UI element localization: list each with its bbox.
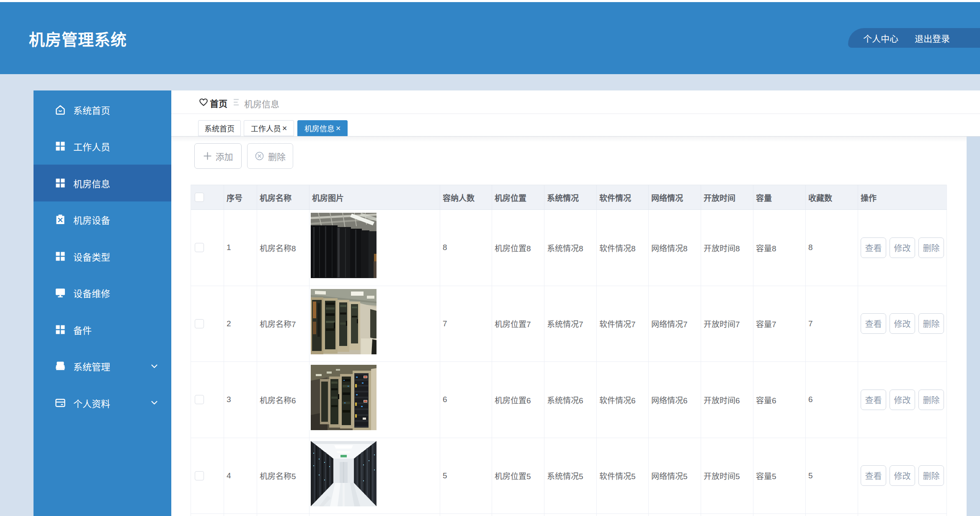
clipboard-x-icon xyxy=(55,214,66,225)
cell-empty xyxy=(701,514,753,516)
breadcrumb-separator-icon xyxy=(233,98,239,106)
main-content: 首页 机房信息 系统首页工作人员×机房信息× 添加 删除 序号机房名称机房图片容… xyxy=(171,90,980,516)
cell-empty xyxy=(597,514,649,516)
content-scrollbar[interactable] xyxy=(967,137,980,516)
cell-volume: 容量7 xyxy=(753,286,806,362)
column-header: 机房位置 xyxy=(492,185,544,210)
sidebar-item-6[interactable]: 设备维修 xyxy=(34,275,171,312)
table-row: 4机房名称55机房位置5系统情况5软件情况5网络情况5开放时间5容量55查看修改… xyxy=(191,438,946,514)
tab-1[interactable]: 系统首页 xyxy=(198,120,241,136)
column-header: 软件情况 xyxy=(597,185,649,210)
row-checkbox[interactable] xyxy=(195,471,204,480)
cell-open_time: 开放时间7 xyxy=(701,286,753,362)
row-actions-cell: 查看修改删除 xyxy=(858,362,947,438)
logout-link[interactable]: 退出登录 xyxy=(915,32,950,44)
table-row: 1机房名称88机房位置8系统情况8软件情况8网络情况8开放时间8容量88查看修改… xyxy=(191,210,946,286)
edit-button[interactable]: 修改 xyxy=(890,390,915,410)
sidebar-item-3[interactable]: 机房信息 xyxy=(34,165,171,201)
tab-bar: 系统首页工作人员×机房信息× xyxy=(171,120,980,136)
row-select-cell xyxy=(191,438,224,514)
tab-3[interactable]: 机房信息× xyxy=(297,120,348,136)
cell-open_time: 开放时间6 xyxy=(701,362,753,438)
cell-people: 8 xyxy=(440,210,492,286)
cell-empty xyxy=(257,514,309,516)
cell-empty xyxy=(191,514,224,516)
sidebar-item-label: 设备维修 xyxy=(73,286,110,299)
tab-label: 系统首页 xyxy=(204,123,235,134)
remove-button[interactable]: 删除 xyxy=(918,390,944,410)
breadcrumb-home[interactable]: 首页 xyxy=(210,97,227,109)
sidebar-item-1[interactable]: 系统首页 xyxy=(34,91,171,128)
table-header-row: 序号机房名称机房图片容纳人数机房位置系统情况软件情况网络情况开放时间容量收藏数操… xyxy=(191,185,946,210)
remove-button[interactable]: 删除 xyxy=(918,313,944,334)
tab-bar-shadow xyxy=(171,137,980,142)
select-all-checkbox[interactable] xyxy=(195,193,204,202)
view-button[interactable]: 查看 xyxy=(861,390,886,410)
row-actions-cell: 查看修改删除 xyxy=(858,286,947,362)
cell-favorites: 8 xyxy=(806,210,858,286)
sidebar-item-4[interactable]: 机房设备 xyxy=(34,201,171,238)
cell-location: 机房位置5 xyxy=(492,438,544,514)
row-checkbox[interactable] xyxy=(195,395,204,404)
cell-location: 机房位置6 xyxy=(492,362,544,438)
cell-system: 系统情况7 xyxy=(544,286,597,362)
remove-button[interactable]: 删除 xyxy=(918,465,944,486)
sidebar: 系统首页工作人员机房信息机房设备设备类型设备维修备件系统管理个人资料 xyxy=(34,90,171,516)
column-header: 机房图片 xyxy=(309,185,440,210)
view-button[interactable]: 查看 xyxy=(861,313,886,334)
cell-empty xyxy=(309,514,440,516)
cell-empty xyxy=(440,514,492,516)
cell-index: 4 xyxy=(224,438,257,514)
cell-location: 机房位置8 xyxy=(492,210,544,286)
cell-volume: 容量8 xyxy=(753,210,806,286)
room-image-cell xyxy=(309,210,440,286)
row-checkbox[interactable] xyxy=(195,319,204,328)
column-header: 系统情况 xyxy=(544,185,597,210)
sidebar-item-label: 系统管理 xyxy=(73,359,110,373)
sidebar-item-label: 设备类型 xyxy=(73,250,110,263)
shop-icon xyxy=(55,361,66,372)
grid-icon xyxy=(55,141,66,152)
tab-close-icon[interactable]: × xyxy=(336,124,341,132)
cell-index: 3 xyxy=(224,362,257,438)
cell-empty xyxy=(858,514,947,516)
edit-button[interactable]: 修改 xyxy=(890,313,915,334)
edit-button[interactable]: 修改 xyxy=(890,237,915,258)
remove-button[interactable]: 删除 xyxy=(918,237,944,258)
sidebar-item-5[interactable]: 设备类型 xyxy=(34,238,171,275)
header-sub-band xyxy=(0,74,980,90)
table-row-partial xyxy=(191,514,946,516)
delete-button[interactable]: 删除 xyxy=(247,143,293,169)
cell-empty xyxy=(224,514,257,516)
row-checkbox[interactable] xyxy=(195,243,204,252)
sidebar-item-label: 个人资料 xyxy=(73,396,110,410)
monitor-icon xyxy=(55,287,66,298)
row-actions-cell: 查看修改删除 xyxy=(858,438,947,514)
cell-network: 网络情况8 xyxy=(649,210,701,286)
app-header: 机房管理系统 个人中心 退出登录 xyxy=(0,2,980,74)
row-select-cell xyxy=(191,286,224,362)
cell-network: 网络情况7 xyxy=(649,286,701,362)
view-button[interactable]: 查看 xyxy=(861,465,886,486)
sidebar-item-9[interactable]: 个人资料 xyxy=(34,384,171,421)
column-header: 机房名称 xyxy=(257,185,309,210)
sidebar-item-2[interactable]: 工作人员 xyxy=(34,128,171,165)
sidebar-item-8[interactable]: 系统管理 xyxy=(34,348,171,385)
machine-room-table: 序号机房名称机房图片容纳人数机房位置系统情况软件情况网络情况开放时间容量收藏数操… xyxy=(191,185,947,516)
cell-software: 软件情况8 xyxy=(597,210,649,286)
view-button[interactable]: 查看 xyxy=(861,237,886,258)
table-row: 3机房名称66机房位置6系统情况6软件情况6网络情况6开放时间6容量66查看修改… xyxy=(191,362,946,438)
cell-name: 机房名称5 xyxy=(257,438,309,514)
edit-button[interactable]: 修改 xyxy=(890,465,915,486)
header-user-box: 个人中心 退出登录 xyxy=(848,28,980,48)
profile-link[interactable]: 个人中心 xyxy=(863,32,898,44)
room-image xyxy=(311,289,377,354)
cell-volume: 容量6 xyxy=(753,362,806,438)
cell-open_time: 开放时间5 xyxy=(701,438,753,514)
tab-2[interactable]: 工作人员× xyxy=(244,120,294,136)
tab-close-icon[interactable]: × xyxy=(282,124,287,132)
add-button[interactable]: 添加 xyxy=(194,143,242,169)
sidebar-item-7[interactable]: 备件 xyxy=(34,311,171,348)
sidebar-item-label: 机房信息 xyxy=(73,176,110,190)
cell-system: 系统情况6 xyxy=(544,362,597,438)
